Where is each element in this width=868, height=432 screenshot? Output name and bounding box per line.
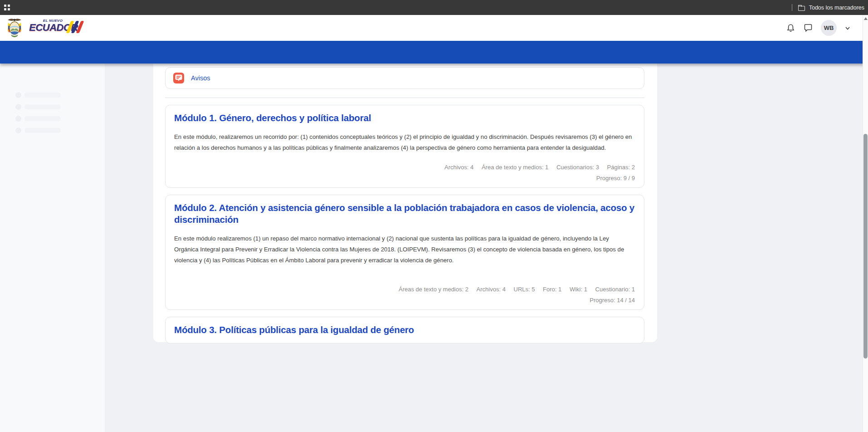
scrollbar-thumb[interactable] xyxy=(863,134,868,358)
messages-chat-icon[interactable] xyxy=(803,23,813,33)
stat-item: Archivos: 4 xyxy=(477,286,506,293)
site-header: EL NUEVO ECUADOR WB xyxy=(0,15,868,41)
folder-icon xyxy=(798,5,805,10)
section-divider xyxy=(165,98,644,98)
page-background: Avisos Módulo 1. Género, derechos y polí… xyxy=(0,64,868,432)
el-nuevo-ecuador-wordmark: EL NUEVO ECUADOR xyxy=(29,17,80,38)
chevron-down-icon[interactable] xyxy=(844,25,851,31)
apps-grid-icon[interactable] xyxy=(4,5,10,10)
module-2-activity-summary: Áreas de texto y medios: 2 Archivos: 4 U… xyxy=(174,286,635,304)
stat-item: Foro: 1 xyxy=(543,286,561,293)
notifications-bell-icon[interactable] xyxy=(785,23,795,33)
module-1-title-link[interactable]: Módulo 1. Género, derechos y política la… xyxy=(174,112,635,124)
module-1-activity-summary: Archivos: 4 Área de texto y medios: 1 Cu… xyxy=(174,164,635,182)
bookmarks-separator xyxy=(792,4,792,11)
skeleton-item xyxy=(15,104,61,110)
bookmarks-bar: Todos los marcadores xyxy=(0,0,868,15)
module-2-progress: Progreso: 14 / 14 xyxy=(174,297,635,304)
skeleton-item xyxy=(15,128,61,133)
announcements-card[interactable]: Avisos xyxy=(165,67,644,89)
module-1-progress: Progreso: 9 / 9 xyxy=(174,175,635,182)
all-bookmarks-button[interactable]: Todos los marcadores xyxy=(809,5,864,11)
course-content-container: Avisos Módulo 1. Género, derechos y polí… xyxy=(153,64,657,342)
skeleton-item xyxy=(15,116,61,122)
stat-item: Archivos: 4 xyxy=(444,164,473,171)
stat-item: Wiki: 1 xyxy=(570,286,587,293)
logo-slashes-icon xyxy=(68,21,82,33)
scrollbar-up-arrow[interactable] xyxy=(864,17,868,20)
stat-item: Área de texto y medios: 1 xyxy=(482,164,548,171)
window-scrollbar[interactable] xyxy=(863,15,868,432)
ecuador-coat-of-arms-icon xyxy=(6,17,23,38)
stat-item: Cuestionario: 1 xyxy=(595,286,635,293)
forum-announcement-icon xyxy=(173,73,184,83)
site-logo[interactable]: EL NUEVO ECUADOR xyxy=(6,17,80,38)
module-1-card: Módulo 1. Género, derechos y política la… xyxy=(165,105,644,188)
module-2-title-link[interactable]: Módulo 2. Atención y asistencia género s… xyxy=(174,202,635,226)
module-3-title-link[interactable]: Módulo 3. Políticas públicas para la igu… xyxy=(174,324,635,336)
user-avatar[interactable]: WB xyxy=(821,20,837,36)
stat-item: Páginas: 2 xyxy=(607,164,635,171)
module-2-description: En este módulo realizaremos (1) un repas… xyxy=(174,233,635,266)
stat-item: Áreas de texto y medios: 2 xyxy=(399,286,468,293)
module-3-card: Módulo 3. Políticas públicas para la igu… xyxy=(165,317,644,344)
module-2-card: Módulo 2. Atención y asistencia género s… xyxy=(165,195,644,310)
announcements-link[interactable]: Avisos xyxy=(191,74,210,82)
primary-navbar xyxy=(0,41,868,64)
module-1-description: En este módulo, realizaremos un recorrid… xyxy=(174,132,635,153)
stat-item: Cuestionarios: 3 xyxy=(556,164,599,171)
stat-item: URLs: 5 xyxy=(514,286,535,293)
skeleton-item xyxy=(15,92,61,98)
course-index-drawer xyxy=(0,64,105,432)
